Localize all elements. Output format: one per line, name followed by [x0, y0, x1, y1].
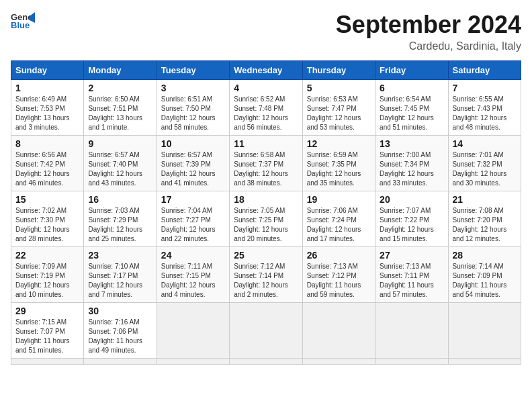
day-number: 20: [380, 194, 443, 205]
day-number: 28: [453, 250, 517, 261]
header-thursday: Thursday: [302, 61, 375, 80]
day-number: 9: [88, 138, 152, 149]
day-detail: Sunrise: 7:02 AMSunset: 7:30 PMDaylight:…: [15, 206, 79, 244]
calendar-cell: 5Sunrise: 6:53 AMSunset: 7:47 PMDaylight…: [302, 80, 375, 136]
day-number: 2: [88, 83, 152, 93]
calendar-week-row: 15Sunrise: 7:02 AMSunset: 7:30 PMDayligh…: [11, 191, 521, 247]
day-number: 22: [15, 250, 79, 261]
calendar-cell: 8Sunrise: 6:56 AMSunset: 7:42 PMDaylight…: [11, 136, 84, 191]
day-number: 6: [380, 83, 443, 93]
day-detail: Sunrise: 7:04 AMSunset: 7:27 PMDaylight:…: [161, 206, 225, 244]
day-detail: Sunrise: 7:09 AMSunset: 7:19 PMDaylight:…: [15, 262, 79, 300]
calendar-cell: 26Sunrise: 7:13 AMSunset: 7:12 PMDayligh…: [302, 247, 375, 303]
calendar-table: Sunday Monday Tuesday Wednesday Thursday…: [11, 60, 521, 365]
calendar-cell: [230, 303, 302, 359]
calendar-cell: 29Sunrise: 7:15 AMSunset: 7:07 PMDayligh…: [11, 303, 84, 359]
calendar-cell: [11, 359, 84, 365]
day-number: 13: [380, 138, 443, 149]
day-detail: Sunrise: 6:50 AMSunset: 7:51 PMDaylight:…: [88, 95, 152, 132]
header-sunday: Sunday: [11, 61, 84, 80]
calendar-cell: 7Sunrise: 6:55 AMSunset: 7:43 PMDaylight…: [448, 80, 521, 136]
day-number: 1: [15, 83, 79, 93]
day-detail: Sunrise: 7:08 AMSunset: 7:20 PMDaylight:…: [453, 206, 517, 244]
day-detail: Sunrise: 7:11 AMSunset: 7:15 PMDaylight:…: [161, 262, 225, 300]
day-detail: Sunrise: 7:03 AMSunset: 7:29 PMDaylight:…: [88, 206, 152, 244]
calendar-cell: 3Sunrise: 6:51 AMSunset: 7:50 PMDaylight…: [157, 80, 229, 136]
day-detail: Sunrise: 6:51 AMSunset: 7:50 PMDaylight:…: [161, 95, 225, 132]
day-detail: Sunrise: 7:16 AMSunset: 7:06 PMDaylight:…: [88, 318, 152, 355]
day-number: 5: [307, 83, 371, 93]
day-number: 14: [453, 138, 517, 149]
calendar-week-row: 29Sunrise: 7:15 AMSunset: 7:07 PMDayligh…: [11, 303, 521, 359]
calendar-cell: 11Sunrise: 6:58 AMSunset: 7:37 PMDayligh…: [230, 136, 302, 191]
day-number: 10: [161, 138, 225, 149]
calendar-week-row: 8Sunrise: 6:56 AMSunset: 7:42 PMDaylight…: [11, 136, 521, 191]
calendar-cell: 27Sunrise: 7:13 AMSunset: 7:11 PMDayligh…: [375, 247, 448, 303]
calendar-cell: 13Sunrise: 7:00 AMSunset: 7:34 PMDayligh…: [375, 136, 448, 191]
calendar-cell: 24Sunrise: 7:11 AMSunset: 7:15 PMDayligh…: [157, 247, 229, 303]
day-detail: Sunrise: 6:57 AMSunset: 7:39 PMDaylight:…: [161, 150, 225, 188]
header-friday: Friday: [375, 61, 448, 80]
day-detail: Sunrise: 6:55 AMSunset: 7:43 PMDaylight:…: [453, 95, 517, 132]
calendar-cell: 20Sunrise: 7:07 AMSunset: 7:22 PMDayligh…: [375, 191, 448, 247]
calendar-cell: 4Sunrise: 6:52 AMSunset: 7:48 PMDaylight…: [230, 80, 302, 136]
logo: General Blue: [11, 11, 35, 30]
calendar-cell: [157, 359, 229, 365]
calendar-cell: 9Sunrise: 6:57 AMSunset: 7:40 PMDaylight…: [84, 136, 157, 191]
calendar-cell: 6Sunrise: 6:54 AMSunset: 7:45 PMDaylight…: [375, 80, 448, 136]
day-number: 7: [453, 83, 517, 93]
calendar-cell: 2Sunrise: 6:50 AMSunset: 7:51 PMDaylight…: [84, 80, 157, 136]
header-saturday: Saturday: [448, 61, 521, 80]
day-detail: Sunrise: 6:53 AMSunset: 7:47 PMDaylight:…: [307, 95, 371, 132]
day-number: 12: [307, 138, 371, 149]
calendar-cell: [230, 359, 302, 365]
location-title: Cardedu, Sardinia, Italy: [336, 40, 521, 52]
day-detail: Sunrise: 7:14 AMSunset: 7:09 PMDaylight:…: [453, 262, 517, 300]
day-number: 23: [88, 250, 152, 261]
day-detail: Sunrise: 7:12 AMSunset: 7:14 PMDaylight:…: [234, 262, 298, 300]
calendar-cell: [302, 303, 375, 359]
calendar-cell: 25Sunrise: 7:12 AMSunset: 7:14 PMDayligh…: [230, 247, 302, 303]
calendar-week-row: 22Sunrise: 7:09 AMSunset: 7:19 PMDayligh…: [11, 247, 521, 303]
calendar-cell: [375, 303, 448, 359]
day-detail: Sunrise: 7:05 AMSunset: 7:25 PMDaylight:…: [234, 206, 298, 244]
calendar-cell: [302, 359, 375, 365]
day-number: 17: [161, 194, 225, 205]
day-number: 11: [234, 138, 298, 149]
day-detail: Sunrise: 7:13 AMSunset: 7:11 PMDaylight:…: [380, 262, 443, 300]
header-monday: Monday: [84, 61, 157, 80]
calendar-cell: 28Sunrise: 7:14 AMSunset: 7:09 PMDayligh…: [448, 247, 521, 303]
calendar-cell: [375, 359, 448, 365]
weekday-header-row: Sunday Monday Tuesday Wednesday Thursday…: [11, 61, 521, 80]
day-number: 3: [161, 83, 225, 93]
calendar-cell: 17Sunrise: 7:04 AMSunset: 7:27 PMDayligh…: [157, 191, 229, 247]
calendar-cell: [157, 303, 229, 359]
day-number: 4: [234, 83, 298, 93]
calendar-cell: 15Sunrise: 7:02 AMSunset: 7:30 PMDayligh…: [11, 191, 84, 247]
day-detail: Sunrise: 7:15 AMSunset: 7:07 PMDaylight:…: [15, 318, 79, 355]
logo-icon: General Blue: [11, 11, 35, 30]
day-number: 26: [307, 250, 371, 261]
calendar-week-row: 1Sunrise: 6:49 AMSunset: 7:53 PMDaylight…: [11, 80, 521, 136]
day-number: 21: [453, 194, 517, 205]
calendar-cell: 30Sunrise: 7:16 AMSunset: 7:06 PMDayligh…: [84, 303, 157, 359]
day-detail: Sunrise: 7:07 AMSunset: 7:22 PMDaylight:…: [380, 206, 443, 244]
day-number: 24: [161, 250, 225, 261]
page-header: General Blue September 2024 Cardedu, Sar…: [11, 11, 521, 52]
day-number: 30: [88, 306, 152, 316]
day-detail: Sunrise: 7:06 AMSunset: 7:24 PMDaylight:…: [307, 206, 371, 244]
calendar-cell: 12Sunrise: 6:59 AMSunset: 7:35 PMDayligh…: [302, 136, 375, 191]
day-detail: Sunrise: 7:00 AMSunset: 7:34 PMDaylight:…: [380, 150, 443, 188]
day-number: 18: [234, 194, 298, 205]
calendar-cell: 14Sunrise: 7:01 AMSunset: 7:32 PMDayligh…: [448, 136, 521, 191]
calendar-week-row: [11, 359, 521, 365]
svg-text:Blue: Blue: [11, 20, 30, 30]
day-detail: Sunrise: 6:56 AMSunset: 7:42 PMDaylight:…: [15, 150, 79, 188]
day-detail: Sunrise: 7:10 AMSunset: 7:17 PMDaylight:…: [88, 262, 152, 300]
calendar-cell: [448, 359, 521, 365]
calendar-cell: 18Sunrise: 7:05 AMSunset: 7:25 PMDayligh…: [230, 191, 302, 247]
day-number: 29: [15, 306, 79, 316]
header-tuesday: Tuesday: [157, 61, 229, 80]
day-detail: Sunrise: 6:57 AMSunset: 7:40 PMDaylight:…: [88, 150, 152, 188]
header-wednesday: Wednesday: [230, 61, 302, 80]
